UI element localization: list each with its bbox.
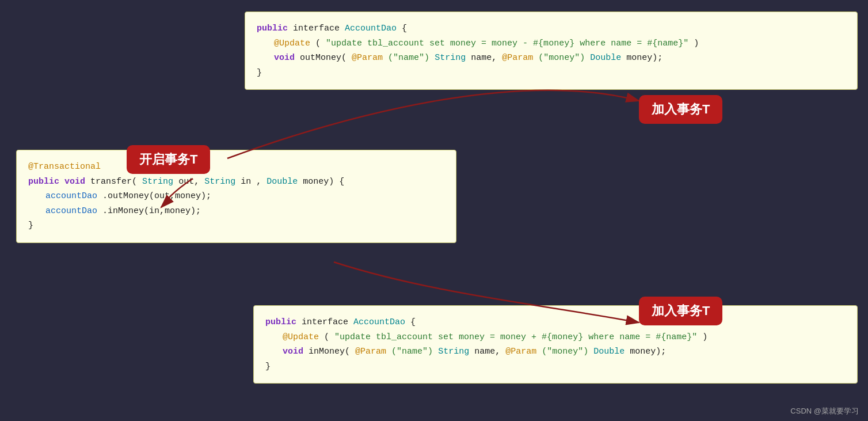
mid-line1: @Transactional	[28, 160, 444, 175]
canvas: public interface AccountDao { @Update ( …	[0, 0, 868, 421]
top-line4: }	[257, 66, 846, 81]
bot-code-box: public interface AccountDao { @Update ( …	[253, 305, 858, 384]
bot-line1: public interface AccountDao {	[265, 315, 846, 330]
join-transaction-badge-1: 加入事务T	[639, 95, 722, 124]
bot-line2: @Update ( "update tbl_account set money …	[265, 330, 846, 345]
start-transaction-badge: 开启事务T	[127, 145, 210, 174]
top-code-box: public interface AccountDao { @Update ( …	[245, 12, 858, 90]
mid-line5: }	[28, 218, 444, 233]
bot-line4: }	[265, 359, 846, 374]
mid-line4: accountDao .inMoney(in,money);	[28, 204, 444, 219]
mid-line3: accountDao .outMoney(out,money);	[28, 189, 444, 204]
watermark: CSDN @菜就要学习	[790, 406, 859, 416]
top-line2: @Update ( "update tbl_account set money …	[257, 36, 846, 51]
join-transaction-badge-2: 加入事务T	[639, 297, 722, 325]
top-line1: public interface AccountDao {	[257, 21, 846, 36]
bot-line3: void inMoney( @Param ("name") String nam…	[265, 344, 846, 359]
mid-code-box: @Transactional public void transfer( Str…	[16, 150, 456, 243]
top-line3: void outMoney( @Param ("name") String na…	[257, 51, 846, 66]
mid-line2: public void transfer( String out, String…	[28, 175, 444, 189]
arrow-to-top	[227, 90, 639, 158]
